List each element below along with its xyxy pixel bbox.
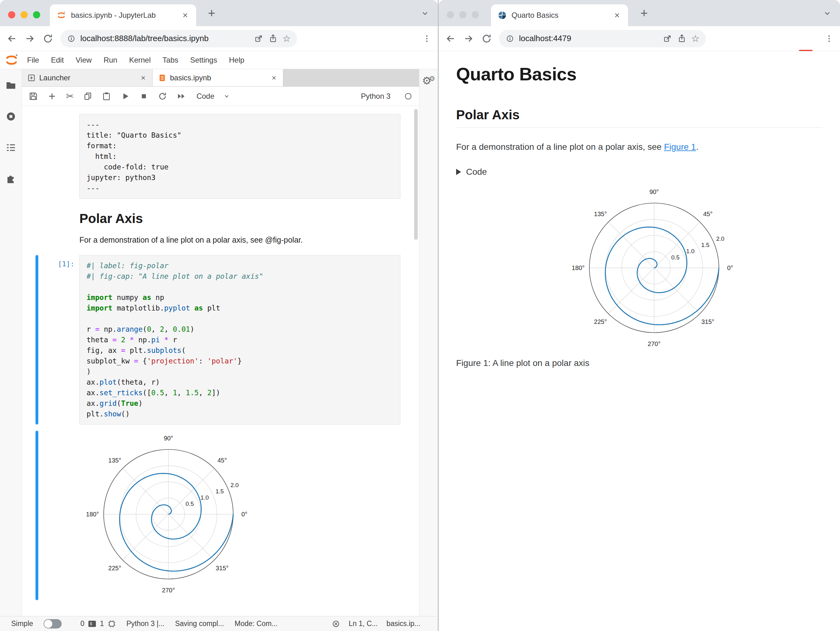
simple-mode-toggle[interactable] (44, 619, 62, 628)
jupyter-logo (5, 54, 18, 66)
file-browser-icon[interactable] (5, 80, 16, 91)
notebook-scrollbar[interactable] (414, 109, 418, 240)
run-cell-icon[interactable] (120, 92, 130, 101)
restart-kernel-icon[interactable] (158, 92, 167, 101)
forward-icon[interactable] (24, 33, 35, 44)
tab-title: basics.ipynb - JupyterLab (71, 11, 176, 20)
disclosure-triangle-icon (456, 169, 461, 175)
address-bar[interactable]: localhost:4479 ☆ (499, 30, 706, 47)
menu-tabs[interactable]: Tabs (156, 56, 184, 65)
notebook-icon (158, 74, 166, 82)
cursor-position[interactable]: Ln 1, C... (349, 620, 377, 628)
back-icon[interactable] (445, 33, 456, 44)
property-inspector-gears-icon[interactable]: ⚙⚙ (422, 75, 435, 86)
share-icon[interactable] (268, 34, 278, 44)
tab-search-chevron-icon[interactable] (823, 9, 832, 18)
cell-type-dropdown[interactable]: Code (196, 92, 231, 101)
close-window-button[interactable] (447, 11, 454, 18)
code-editor[interactable]: #| label: fig-polar#| fig-cap: "A line p… (79, 255, 400, 424)
table-of-contents-icon[interactable] (5, 142, 16, 153)
quarto-article: Quarto Basics Polar Axis For a demonstra… (439, 51, 840, 631)
active-cell-indicator (35, 431, 38, 600)
simple-mode-label: Simple (11, 620, 33, 628)
browser-tab[interactable]: basics.ipynb - JupyterLab (50, 4, 196, 26)
markdown-cell[interactable]: Polar Axis For a demonstration of a line… (35, 203, 400, 245)
bookmark-star-icon[interactable]: ☆ (283, 33, 291, 44)
terminals-count[interactable]: 0 (81, 620, 84, 628)
reload-icon[interactable] (43, 33, 54, 44)
menu-edit[interactable]: Edit (45, 56, 70, 65)
window-controls (8, 11, 40, 18)
open-in-new-icon[interactable] (254, 34, 264, 44)
quarto-favicon (498, 11, 507, 20)
open-in-new-icon[interactable] (663, 34, 673, 44)
kernel-status-text[interactable]: Python 3 |... (126, 620, 164, 628)
tab-search-chevron-icon[interactable] (420, 9, 429, 18)
raw-cell[interactable]: --- title: "Quarto Basics" format: html:… (35, 114, 400, 199)
notifications-off-icon[interactable] (332, 620, 340, 628)
minimize-window-button[interactable] (459, 11, 466, 18)
menu-run[interactable]: Run (98, 56, 123, 65)
figure-link[interactable]: Figure 1 (664, 142, 696, 152)
svg-text:0.5: 0.5 (186, 500, 194, 507)
tab-launcher[interactable]: Launcher (22, 69, 153, 86)
svg-text:225°: 225° (594, 318, 607, 325)
tab-title: Quarto Basics (512, 11, 608, 20)
svg-text:1.5: 1.5 (701, 242, 709, 248)
code-cell[interactable]: [1]: #| label: fig-polar#| fig-cap: "A l… (35, 255, 400, 424)
raw-cell-source[interactable]: --- title: "Quarto Basics" format: html:… (87, 119, 393, 193)
svg-text:180°: 180° (86, 511, 99, 518)
address-bar[interactable]: localhost:8888/lab/tree/basics.ipynb ☆ (60, 30, 297, 47)
reload-icon[interactable] (481, 33, 492, 44)
svg-text:315°: 315° (701, 318, 714, 325)
back-icon[interactable] (6, 33, 17, 44)
menu-help[interactable]: Help (223, 56, 250, 65)
cut-cells-icon[interactable]: ✂ (66, 91, 74, 101)
paste-cells-icon[interactable] (102, 92, 111, 101)
insert-cell-icon[interactable] (47, 92, 57, 101)
copy-cells-icon[interactable] (83, 92, 93, 101)
code-fold-toggle[interactable]: Code (456, 167, 823, 177)
menu-kernel[interactable]: Kernel (123, 56, 156, 65)
minimize-window-button[interactable] (21, 11, 28, 18)
share-icon[interactable] (677, 34, 687, 44)
close-window-button[interactable] (8, 11, 15, 18)
tab-close-icon[interactable] (140, 74, 147, 81)
kernel-name[interactable]: Python 3 (361, 92, 390, 101)
dock-tabbar: Launcher basics.ipynb (22, 69, 419, 87)
menu-settings[interactable]: Settings (184, 56, 223, 65)
browser-tabstrip: Quarto Basics + (439, 0, 840, 26)
jupyterlab-app: File Edit View Run Kernel Tabs Settings … (0, 51, 438, 631)
forward-icon[interactable] (463, 33, 474, 44)
restart-run-all-icon[interactable] (177, 92, 187, 101)
command-mode-status[interactable]: Mode: Com... (234, 620, 278, 628)
browser-menu-icon[interactable] (824, 34, 834, 43)
menu-file[interactable]: File (21, 56, 45, 65)
bookmark-star-icon[interactable]: ☆ (691, 33, 699, 44)
tab-close-icon[interactable] (270, 74, 278, 81)
svg-text:45°: 45° (217, 457, 227, 464)
svg-text:$: $ (90, 622, 92, 626)
tab-close-icon[interactable] (181, 11, 189, 19)
menu-view[interactable]: View (70, 56, 98, 65)
save-icon[interactable] (28, 92, 38, 101)
zoom-window-button[interactable] (33, 11, 40, 18)
running-sessions-icon[interactable] (5, 111, 16, 122)
zoom-window-button[interactable] (472, 11, 479, 18)
svg-text:270°: 270° (647, 340, 660, 347)
interrupt-kernel-icon[interactable] (139, 92, 148, 101)
tab-close-icon[interactable] (613, 11, 621, 19)
kernel-sessions-count[interactable]: 1 (100, 620, 104, 628)
tab-notebook[interactable]: basics.ipynb (153, 69, 283, 86)
svg-text:270°: 270° (162, 587, 175, 594)
statusbar-filename[interactable]: basics.ip... (386, 620, 420, 628)
browser-menu-icon[interactable] (422, 34, 431, 43)
site-info-icon[interactable] (505, 34, 515, 43)
extension-manager-puzzle-icon[interactable] (5, 173, 16, 184)
new-tab-button[interactable]: + (208, 7, 215, 19)
kernel-status-icon[interactable] (404, 92, 412, 100)
notebook-scroll-area[interactable]: --- title: "Quarto Basics" format: html:… (22, 106, 419, 616)
browser-tab[interactable]: Quarto Basics (491, 4, 628, 26)
site-info-icon[interactable] (66, 34, 76, 43)
new-tab-button[interactable]: + (640, 7, 647, 19)
